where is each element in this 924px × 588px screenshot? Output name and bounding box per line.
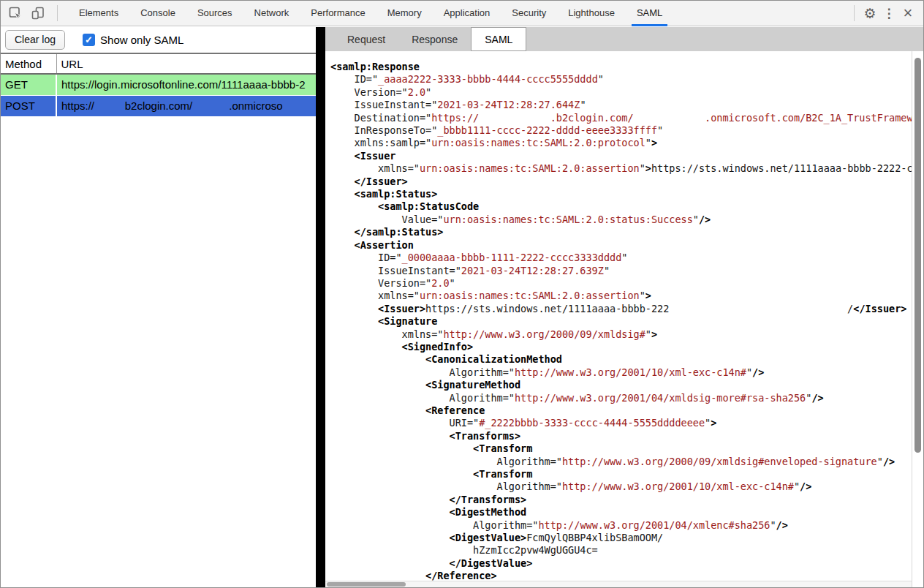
vertical-scrollbar[interactable] [912,51,923,587]
table-header-row: Method URL [1,54,316,74]
tab-lighthouse[interactable]: Lighthouse [557,1,626,26]
table-row[interactable]: POSThttps:// b2clogin.com/ .onmicroso [1,95,316,116]
xml-line: </samlp:Status> [330,226,912,238]
url-column-header[interactable]: URL [56,54,316,74]
xml-line: xmlns="urn:oasis:names:tc:SAML:2.0:asser… [330,290,912,302]
xml-line: InResponseTo="_bbbb1111-cccc-2222-dddd-e… [330,124,912,137]
row-method-cell[interactable]: POST [1,95,56,116]
xml-line: Algorithm="http://www.w3.org/2001/04/xml… [330,519,912,532]
tab-network[interactable]: Network [243,1,300,26]
xml-line: Version="2.0" [330,277,912,290]
xml-line: Destination="https:// .b2clogin.com/ .on… [330,112,912,124]
vertical-scrollbar-thumb[interactable] [914,58,921,453]
row-url-cell[interactable]: https:// b2clogin.com/ .onmicroso [56,95,316,116]
detail-tabbar: RequestResponseSAML [325,27,923,51]
xml-line: <Transform [330,468,912,480]
row-method-cell[interactable]: GET [1,74,56,95]
xml-line: Version="2.0" [330,86,912,99]
more-options-icon[interactable]: ⋮ [881,5,897,21]
xml-line: <samlp:StatusCode [330,200,912,213]
xml-line: Algorithm="http://www.w3.org/2000/09/xml… [330,456,912,468]
xml-line: Algorithm="http://www.w3.org/2001/10/xml… [330,480,912,493]
inspect-element-icon[interactable] [7,5,23,21]
saml-log-panel: Clear log Show only SAML Method URL GETh… [1,27,316,587]
horizontal-scrollbar[interactable] [325,581,912,587]
saml-detail-panel: RequestResponseSAML <samlp:Response ID="… [325,27,923,587]
log-toolbar: Clear log Show only SAML [1,27,316,54]
active-tab-underline [632,24,667,26]
tab-memory[interactable]: Memory [376,1,433,26]
panel-resize-divider[interactable] [316,27,325,587]
xml-line: </Reference> [330,570,912,581]
tab-sources[interactable]: Sources [186,1,243,26]
request-log-rows: GEThttps://login.microsoftonline.com/111… [1,74,316,116]
xml-line: IssueInstant="2021-03-24T12:28:27.639Z" [330,265,912,277]
devtools-window: ElementsConsoleSourcesNetworkPerformance… [0,0,924,588]
horizontal-scrollbar-thumb[interactable] [327,582,406,587]
detail-tab-saml[interactable]: SAML [471,27,526,51]
xml-line: ID="_0000aaaa-bbbb-1111-2222-cccc3333ddd… [330,252,912,264]
xml-line: <Signature [330,315,912,328]
tab-security[interactable]: Security [501,1,557,26]
tab-application[interactable]: Application [433,1,501,26]
xml-line: <samlp:Response [330,61,912,73]
request-log-table: Method URL GEThttps://login.microsoftonl… [1,54,316,117]
xml-line: Algorithm="http://www.w3.org/2001/04/xml… [330,392,912,404]
close-icon[interactable]: × [900,5,916,21]
xml-line: xmlns="http://www.w3.org/2000/09/xmldsig… [330,328,912,341]
xml-line: <Assertion [330,239,912,252]
detail-tab-request[interactable]: Request [334,27,398,51]
xml-line: <DigestValue>FcmQylQBBP4xlibSBamOOM/ [330,532,912,544]
xml-line: <Issuer [330,150,912,162]
xml-line: <Reference [330,404,912,417]
xml-line: <CanonicalizationMethod [330,353,912,366]
xml-line: xmlns="urn:oasis:names:tc:SAML:2.0:asser… [330,162,912,175]
xml-line: <SignatureMethod [330,379,912,391]
settings-gear-icon[interactable]: ⚙ [862,5,878,21]
devtools-tabs: ElementsConsoleSourcesNetworkPerformance… [68,1,673,26]
tab-elements[interactable]: Elements [68,1,129,26]
xml-line: ID="_aaaa2222-3333-bbbb-4444-cccc5555ddd… [330,73,912,86]
toolbar-separator [854,5,855,21]
toolbar-separator [57,5,58,21]
row-url-cell[interactable]: https://login.microsoftonline.com/1111aa… [56,74,316,95]
xml-line: xmlns:samlp="urn:oasis:names:tc:SAML:2.0… [330,137,912,149]
xml-line: hZzmIcc2pvw4WgUGGU4c= [330,544,912,557]
toggle-device-toolbar-icon[interactable] [30,5,46,21]
xml-line: <SignedInfo> [330,341,912,353]
saml-xml-view[interactable]: <samlp:Response ID="_aaaa2222-3333-bbbb-… [325,51,912,581]
show-only-saml-checkbox[interactable] [83,34,95,46]
xml-line: Algorithm="http://www.w3.org/2001/10/xml… [330,366,912,379]
table-row[interactable]: GEThttps://login.microsoftonline.com/111… [1,74,316,95]
tab-performance[interactable]: Performance [300,1,376,26]
xml-line: <Issuer>https://sts.windows.net/1111aaaa… [330,303,912,315]
clear-log-button[interactable]: Clear log [5,30,65,50]
xml-line: </DigestValue> [330,557,912,570]
detail-tab-response[interactable]: Response [398,27,471,51]
xml-line: <Transforms> [330,430,912,442]
xml-line: IssueInstant="2021-03-24T12:28:27.644Z" [330,99,912,111]
tab-saml[interactable]: SAML [626,1,673,26]
xml-line: URI="#_2222bbbb-3333-cccc-4444-5555dddde… [330,417,912,429]
show-only-saml-label: Show only SAML [100,34,183,46]
xml-line: <DigestMethod [330,506,912,519]
xml-line: Value="urn:oasis:names:tc:SAML:2.0:statu… [330,214,912,226]
tab-console[interactable]: Console [129,1,186,26]
xml-line: </Transforms> [330,494,912,506]
xml-line: </Issuer> [330,176,912,188]
xml-line: <samlp:Status> [330,188,912,200]
devtools-toolbar: ElementsConsoleSourcesNetworkPerformance… [1,1,923,26]
xml-line: <Transform [330,442,912,455]
method-column-header[interactable]: Method [1,54,56,74]
